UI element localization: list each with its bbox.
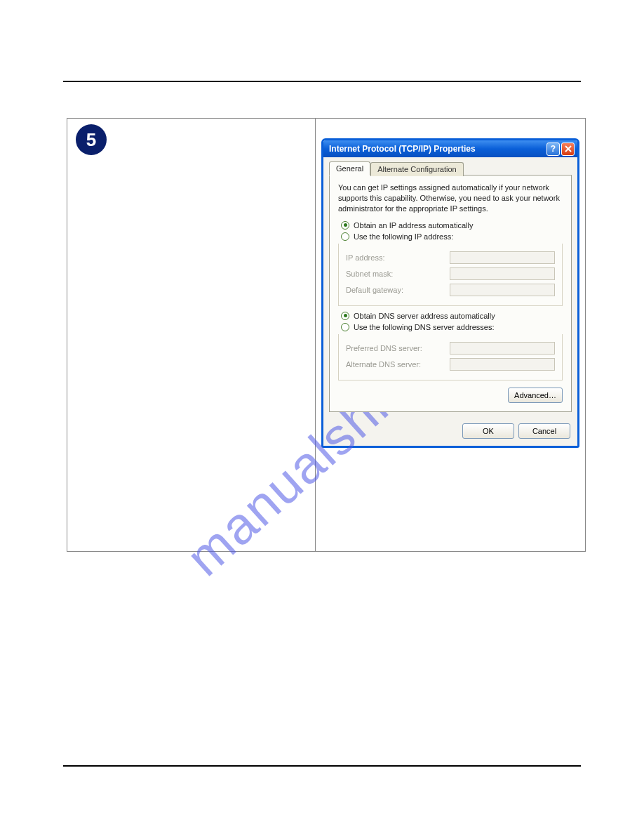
intro-text: You can get IP settings assigned automat… [338,183,563,214]
ok-button[interactable]: OK [462,423,514,439]
radio-use-dns[interactable]: Use the following DNS server addresses: [341,323,563,331]
dialog-footer: OK Cancel [323,418,577,446]
radio-label: Obtain an IP address automatically [354,221,473,230]
alternate-dns-input[interactable] [450,358,555,371]
field-label: Alternate DNS server: [346,360,421,369]
page-top-rule [63,81,581,82]
tab-panel-general: You can get IP settings assigned automat… [329,175,572,412]
radio-use-ip[interactable]: Use the following IP address: [341,232,563,241]
help-icon[interactable]: ? [546,143,560,156]
radio-obtain-dns-auto[interactable]: Obtain DNS server address automatically [341,312,563,320]
radio-icon [341,312,349,320]
radio-icon [341,221,349,230]
advanced-button[interactable]: Advanced… [508,388,563,403]
field-preferred-dns: Preferred DNS server: [346,342,555,355]
radio-obtain-ip-auto[interactable]: Obtain an IP address automatically [341,221,563,230]
radio-icon [341,232,349,241]
field-alternate-dns: Alternate DNS server: [346,358,555,371]
advanced-row: Advanced… [338,388,563,403]
subnet-mask-input[interactable] [450,267,555,280]
left-panel: 5 [67,119,316,551]
dialog-title: Internet Protocol (TCP/IP) Properties [329,144,546,154]
field-label: IP address: [346,253,384,262]
default-gateway-input[interactable] [450,284,555,296]
field-subnet-mask: Subnet mask: [346,267,555,280]
tab-strip: General Alternate Configuration [329,161,572,176]
right-panel: Internet Protocol (TCP/IP) Properties ? … [316,119,585,551]
tab-general[interactable]: General [329,161,370,176]
document-frame: 5 Internet Protocol (TCP/IP) Properties … [67,118,586,552]
ip-address-input[interactable] [450,251,555,264]
tcpip-properties-dialog: Internet Protocol (TCP/IP) Properties ? … [321,138,579,448]
step-number-badge: 5 [76,124,107,155]
dns-fields-group: Preferred DNS server: Alternate DNS serv… [338,334,563,380]
field-label: Subnet mask: [346,270,393,278]
preferred-dns-input[interactable] [450,342,555,355]
field-default-gateway: Default gateway: [346,284,555,296]
close-icon[interactable] [561,143,575,156]
ip-fields-group: IP address: Subnet mask: Default gateway… [338,244,563,306]
field-ip-address: IP address: [346,251,555,264]
cancel-button[interactable]: Cancel [518,423,570,439]
dialog-body: General Alternate Configuration You can … [323,157,577,418]
page-bottom-rule [63,765,581,767]
field-label: Preferred DNS server: [346,344,422,352]
titlebar-buttons: ? [546,143,575,156]
radio-icon [341,323,349,331]
radio-label: Use the following IP address: [354,232,453,241]
radio-label: Use the following DNS server addresses: [354,323,495,331]
radio-label: Obtain DNS server address automatically [354,312,495,320]
tab-alternate[interactable]: Alternate Configuration [370,162,464,176]
dialog-titlebar: Internet Protocol (TCP/IP) Properties ? [323,140,577,157]
field-label: Default gateway: [346,286,403,294]
